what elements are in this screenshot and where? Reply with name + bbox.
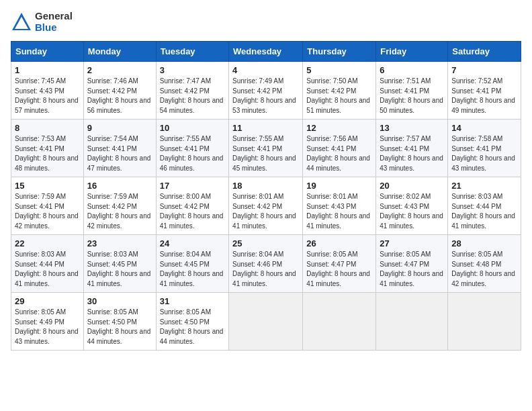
day-info: Sunrise: 7:49 AM Sunset: 4:42 PM Dayligh… [232,77,299,116]
day-number: 3 [160,65,225,75]
day-number: 2 [87,65,152,75]
day-info: Sunrise: 8:05 AM Sunset: 4:48 PM Dayligh… [451,250,517,289]
day-number: 22 [15,238,80,248]
day-info: Sunrise: 7:57 AM Sunset: 4:41 PM Dayligh… [380,134,444,173]
day-number: 30 [87,296,152,306]
day-number: 14 [451,123,517,133]
day-number: 15 [15,181,80,191]
calendar-cell: 2Sunrise: 7:46 AM Sunset: 4:42 PM Daylig… [83,62,156,120]
day-info: Sunrise: 7:59 AM Sunset: 4:42 PM Dayligh… [87,192,152,231]
calendar-cell: 23Sunrise: 8:03 AM Sunset: 4:45 PM Dayli… [83,235,156,293]
col-header-friday: Friday [376,42,448,62]
day-info: Sunrise: 7:47 AM Sunset: 4:42 PM Dayligh… [160,77,225,116]
day-number: 29 [15,296,80,306]
day-number: 12 [306,123,372,133]
day-number: 5 [306,65,372,75]
calendar-cell: 31Sunrise: 8:05 AM Sunset: 4:50 PM Dayli… [156,293,228,351]
calendar-week-2: 8Sunrise: 7:53 AM Sunset: 4:41 PM Daylig… [11,120,521,177]
day-info: Sunrise: 8:05 AM Sunset: 4:50 PM Dayligh… [87,308,152,347]
logo-general: General [35,11,73,22]
col-header-sunday: Sunday [11,42,84,62]
col-header-tuesday: Tuesday [156,42,228,62]
calendar-cell: 10Sunrise: 7:55 AM Sunset: 4:41 PM Dayli… [156,120,228,177]
logo: General Blue [11,11,73,33]
calendar-cell: 12Sunrise: 7:56 AM Sunset: 4:41 PM Dayli… [303,120,376,177]
calendar-cell: 22Sunrise: 8:03 AM Sunset: 4:44 PM Dayli… [11,235,84,293]
day-number: 27 [380,238,444,248]
day-number: 21 [451,181,517,191]
day-info: Sunrise: 7:52 AM Sunset: 4:41 PM Dayligh… [451,77,517,116]
calendar-cell: 1Sunrise: 7:45 AM Sunset: 4:43 PM Daylig… [11,62,84,120]
day-number: 28 [451,238,517,248]
col-header-saturday: Saturday [448,42,521,62]
calendar-cell [303,293,376,351]
day-info: Sunrise: 8:03 AM Sunset: 4:44 PM Dayligh… [451,192,517,231]
day-number: 6 [380,65,444,75]
calendar-cell: 25Sunrise: 8:04 AM Sunset: 4:46 PM Dayli… [229,235,303,293]
calendar-cell: 29Sunrise: 8:05 AM Sunset: 4:49 PM Dayli… [11,293,84,351]
calendar-cell: 4Sunrise: 7:49 AM Sunset: 4:42 PM Daylig… [229,62,303,120]
day-number: 9 [87,123,152,133]
calendar-cell: 15Sunrise: 7:59 AM Sunset: 4:41 PM Dayli… [11,177,84,235]
logo-svg [11,11,32,33]
day-number: 16 [87,181,152,191]
calendar-cell [376,293,448,351]
day-number: 11 [232,123,299,133]
calendar-cell: 16Sunrise: 7:59 AM Sunset: 4:42 PM Dayli… [83,177,156,235]
day-info: Sunrise: 7:51 AM Sunset: 4:41 PM Dayligh… [380,77,444,116]
calendar-week-4: 22Sunrise: 8:03 AM Sunset: 4:44 PM Dayli… [11,235,521,293]
calendar-cell: 28Sunrise: 8:05 AM Sunset: 4:48 PM Dayli… [448,235,521,293]
calendar-cell [229,293,303,351]
calendar-cell: 8Sunrise: 7:53 AM Sunset: 4:41 PM Daylig… [11,120,84,177]
day-number: 13 [380,123,444,133]
day-info: Sunrise: 8:03 AM Sunset: 4:44 PM Dayligh… [15,250,80,289]
day-number: 20 [380,181,444,191]
calendar-cell: 13Sunrise: 7:57 AM Sunset: 4:41 PM Dayli… [376,120,448,177]
calendar-cell: 5Sunrise: 7:50 AM Sunset: 4:42 PM Daylig… [303,62,376,120]
calendar-week-5: 29Sunrise: 8:05 AM Sunset: 4:49 PM Dayli… [11,293,521,351]
calendar-cell: 27Sunrise: 8:05 AM Sunset: 4:47 PM Dayli… [376,235,448,293]
day-info: Sunrise: 8:00 AM Sunset: 4:42 PM Dayligh… [160,192,225,231]
day-info: Sunrise: 8:01 AM Sunset: 4:42 PM Dayligh… [232,192,299,231]
calendar-cell: 3Sunrise: 7:47 AM Sunset: 4:42 PM Daylig… [156,62,228,120]
day-info: Sunrise: 8:05 AM Sunset: 4:47 PM Dayligh… [380,250,444,289]
day-number: 10 [160,123,225,133]
day-info: Sunrise: 7:55 AM Sunset: 4:41 PM Dayligh… [232,134,299,173]
day-info: Sunrise: 7:55 AM Sunset: 4:41 PM Dayligh… [160,134,225,173]
day-info: Sunrise: 7:50 AM Sunset: 4:42 PM Dayligh… [306,77,372,116]
calendar-cell: 20Sunrise: 8:02 AM Sunset: 4:43 PM Dayli… [376,177,448,235]
day-info: Sunrise: 7:54 AM Sunset: 4:41 PM Dayligh… [87,134,152,173]
day-number: 7 [451,65,517,75]
calendar-cell: 17Sunrise: 8:00 AM Sunset: 4:42 PM Dayli… [156,177,228,235]
day-info: Sunrise: 8:03 AM Sunset: 4:45 PM Dayligh… [87,250,152,289]
calendar-week-3: 15Sunrise: 7:59 AM Sunset: 4:41 PM Dayli… [11,177,521,235]
page-header: General Blue [11,11,521,33]
calendar-cell: 19Sunrise: 8:01 AM Sunset: 4:43 PM Dayli… [303,177,376,235]
day-number: 31 [160,296,225,306]
day-info: Sunrise: 8:01 AM Sunset: 4:43 PM Dayligh… [306,192,372,231]
col-header-thursday: Thursday [303,42,376,62]
calendar-week-1: 1Sunrise: 7:45 AM Sunset: 4:43 PM Daylig… [11,62,521,120]
logo-blue: Blue [35,22,73,34]
day-number: 25 [232,238,299,248]
calendar-cell: 18Sunrise: 8:01 AM Sunset: 4:42 PM Dayli… [229,177,303,235]
day-info: Sunrise: 8:04 AM Sunset: 4:46 PM Dayligh… [232,250,299,289]
calendar-cell [448,293,521,351]
calendar-cell: 24Sunrise: 8:04 AM Sunset: 4:45 PM Dayli… [156,235,228,293]
day-number: 4 [232,65,299,75]
calendar-cell: 9Sunrise: 7:54 AM Sunset: 4:41 PM Daylig… [83,120,156,177]
day-number: 1 [15,65,80,75]
day-number: 26 [306,238,372,248]
calendar-table: SundayMondayTuesdayWednesdayThursdayFrid… [11,41,521,351]
day-number: 19 [306,181,372,191]
calendar-cell: 21Sunrise: 8:03 AM Sunset: 4:44 PM Dayli… [448,177,521,235]
day-info: Sunrise: 7:59 AM Sunset: 4:41 PM Dayligh… [15,192,80,231]
day-info: Sunrise: 7:53 AM Sunset: 4:41 PM Dayligh… [15,134,80,173]
calendar-cell: 6Sunrise: 7:51 AM Sunset: 4:41 PM Daylig… [376,62,448,120]
day-number: 8 [15,123,80,133]
calendar-cell: 30Sunrise: 8:05 AM Sunset: 4:50 PM Dayli… [83,293,156,351]
day-info: Sunrise: 8:02 AM Sunset: 4:43 PM Dayligh… [380,192,444,231]
calendar-cell: 26Sunrise: 8:05 AM Sunset: 4:47 PM Dayli… [303,235,376,293]
day-number: 23 [87,238,152,248]
day-info: Sunrise: 7:58 AM Sunset: 4:41 PM Dayligh… [451,134,517,173]
